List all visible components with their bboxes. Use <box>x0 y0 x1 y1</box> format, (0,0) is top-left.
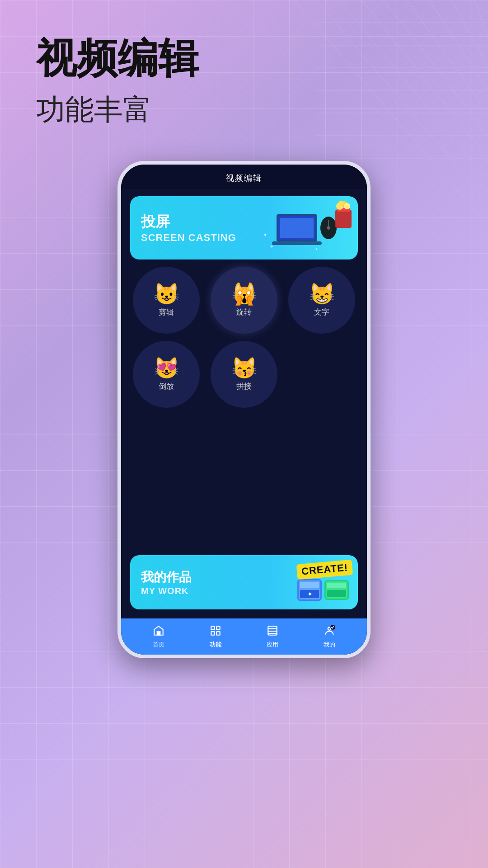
screen-casting-banner[interactable]: 投屏 SCREEN CASTING <box>130 196 358 259</box>
daofang-emoji: 😻 <box>154 358 179 378</box>
topbar-title: 视频编辑 <box>226 174 262 183</box>
action-btn-xuanzhuan[interactable]: 🙀 旋转 <box>211 267 277 334</box>
phone-nav: 首页 功能 <box>121 618 367 655</box>
svg-point-29 <box>327 226 330 230</box>
phone-container: 视频编辑 投屏 SCREEN CASTING <box>0 161 488 658</box>
action-btn-jianjian[interactable]: 😺 剪辑 <box>133 267 200 334</box>
actions-grid: 😺 剪辑 🙀 旋转 😸 文字 😻 倒放 <box>130 267 358 548</box>
nav-label-apps: 应用 <box>267 641 278 649</box>
xuanzhuan-label: 旋转 <box>236 307 252 317</box>
svg-line-19 <box>316 678 488 814</box>
svg-line-20 <box>316 701 488 859</box>
my-work-banner[interactable]: 我的作品 MY WORK CREATE! <box>130 555 358 609</box>
svg-rect-48 <box>157 632 160 635</box>
features-icon <box>210 625 221 640</box>
svg-line-18 <box>339 656 488 769</box>
nav-item-home[interactable]: 首页 <box>153 625 164 649</box>
action-row-2: 😻 倒放 😽 拼接 <box>130 341 358 408</box>
svg-rect-47 <box>327 590 346 597</box>
svg-text:✦: ✦ <box>263 232 267 238</box>
main-title: 视频编辑 <box>36 36 199 81</box>
banner-text: 投屏 SCREEN CASTING <box>141 212 236 244</box>
svg-rect-30 <box>335 210 352 228</box>
svg-rect-51 <box>211 632 215 635</box>
create-badge: CREATE! <box>296 560 353 580</box>
jianjian-emoji: 😺 <box>154 283 179 304</box>
pinjie-label: 拼接 <box>236 381 252 392</box>
profile-icon <box>324 625 335 640</box>
action-row-1: 😺 剪辑 🙀 旋转 😸 文字 <box>130 267 358 334</box>
create-images: ✦ <box>297 579 352 603</box>
home-icon <box>153 625 164 640</box>
apps-icon <box>267 625 278 640</box>
wenzi-label: 文字 <box>314 307 329 317</box>
svg-text:✦: ✦ <box>307 590 313 598</box>
phone-mockup: 视频编辑 投屏 SCREEN CASTING <box>117 161 371 658</box>
svg-rect-50 <box>216 626 220 630</box>
svg-rect-25 <box>272 241 322 245</box>
banner-cn: 投屏 <box>141 212 236 232</box>
banner-en: SCREEN CASTING <box>141 232 236 244</box>
daofang-label: 倒放 <box>159 381 174 392</box>
nav-item-features[interactable]: 功能 <box>210 625 221 649</box>
svg-point-34 <box>344 203 350 209</box>
pinjie-emoji: 😽 <box>231 358 257 378</box>
nav-item-profile[interactable]: 我的 <box>324 625 335 649</box>
nav-item-apps[interactable]: 应用 <box>267 625 278 649</box>
svg-rect-41 <box>300 582 319 588</box>
nav-label-features: 功能 <box>210 641 221 649</box>
page-content: 视频编辑 功能丰富 <box>0 0 488 156</box>
xuanzhuan-emoji: 🙀 <box>231 283 257 304</box>
svg-point-35 <box>338 201 344 206</box>
empty-slot <box>288 341 355 408</box>
action-btn-daofang[interactable]: 😻 倒放 <box>133 341 200 408</box>
banner2-en: MY WORK <box>141 586 192 596</box>
svg-rect-46 <box>327 583 346 588</box>
nav-label-profile: 我的 <box>324 641 335 649</box>
action-btn-wenzi[interactable]: 😸 文字 <box>288 267 355 334</box>
banner2-cn: 我的作品 <box>141 569 192 586</box>
svg-text:✦: ✦ <box>270 244 273 249</box>
jianjian-label: 剪辑 <box>159 307 174 317</box>
action-btn-pinjie[interactable]: 😽 拼接 <box>211 341 277 408</box>
svg-text:✦: ✦ <box>315 247 318 251</box>
banner2-decoration: CREATE! ✦ <box>297 562 352 603</box>
svg-rect-52 <box>216 632 220 635</box>
svg-rect-26 <box>280 218 314 238</box>
banner-decoration: ✦ ✦ ✦ <box>258 196 358 259</box>
nav-label-home: 首页 <box>153 641 164 649</box>
phone-body: 投屏 SCREEN CASTING <box>121 189 367 618</box>
wenzi-emoji: 😸 <box>309 283 335 304</box>
sub-title: 功能丰富 <box>36 90 152 129</box>
svg-rect-49 <box>211 626 215 630</box>
phone-topbar: 视频编辑 <box>121 165 367 189</box>
banner2-text: 我的作品 MY WORK <box>141 569 192 596</box>
